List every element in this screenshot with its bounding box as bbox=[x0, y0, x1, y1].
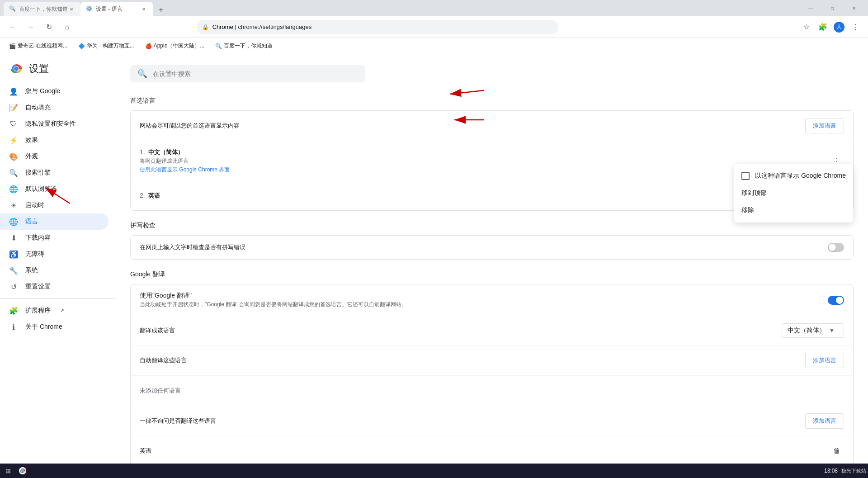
add-no-ask-lang-button[interactable]: 添加语言 bbox=[805, 413, 844, 429]
translate-to-dropdown[interactable]: 中文（简体） ▼ bbox=[782, 323, 844, 338]
sidebar-item-search[interactable]: 🔍 搜索引擎 bbox=[0, 165, 108, 181]
sidebar-item-reset[interactable]: ↺ 重置设置 bbox=[0, 279, 108, 295]
url-brand: Chrome bbox=[212, 24, 233, 30]
english-lang-text: 2. 英语 bbox=[140, 192, 830, 200]
extensions-icon[interactable]: 🧩 bbox=[816, 20, 830, 34]
sidebar-label-startup: 启动时 bbox=[25, 201, 44, 209]
tab-close-settings[interactable]: ✕ bbox=[140, 5, 147, 13]
settings-search-input[interactable] bbox=[153, 70, 358, 77]
settings-search-bar[interactable]: 🔍 bbox=[130, 65, 365, 82]
sidebar-label-privacy: 隐私设置和安全性 bbox=[25, 120, 76, 128]
bookmark-icon[interactable]: ☆ bbox=[799, 20, 814, 34]
minimize-button[interactable]: — bbox=[800, 0, 821, 16]
sidebar-header: 设置 bbox=[0, 58, 116, 83]
sidebar-item-autofill[interactable]: 📝 自动填充 bbox=[0, 99, 108, 116]
sidebar-label-appearance: 外观 bbox=[25, 152, 38, 161]
bookmark-iqiyi[interactable]: 🎬 爱奇艺-在线视频网... bbox=[5, 40, 71, 52]
sidebar-item-extensions[interactable]: 🧩 扩展程序 ↗ bbox=[0, 303, 108, 319]
show-chrome-checkbox[interactable] bbox=[741, 172, 750, 180]
bookmark-baidu[interactable]: 🔍 百度一下，你就知道 bbox=[212, 40, 276, 52]
profile-icon: 👤 bbox=[9, 87, 18, 96]
delete-english-button[interactable]: 🗑 bbox=[830, 444, 844, 458]
sidebar-item-language[interactable]: 🌐 语言 bbox=[0, 213, 108, 230]
sidebar-item-privacy[interactable]: 🛡 隐私设置和安全性 bbox=[0, 116, 108, 132]
bookmark-label-apple: Apple（中国大陆）... bbox=[154, 42, 205, 50]
sidebar-item-profile[interactable]: 👤 您与 Google bbox=[0, 83, 108, 99]
bookmarks-bar: 🎬 爱奇艺-在线视频网... 🔷 华为 - 构建万物互... 🍎 Apple（中… bbox=[0, 38, 868, 54]
language-icon: 🌐 bbox=[9, 217, 18, 226]
translate-to-row: 翻译成该语言 中文（简体） ▼ bbox=[131, 316, 853, 345]
bookmark-apple[interactable]: 🍎 Apple（中国大陆）... bbox=[142, 40, 208, 52]
google-translate-card: 使用"Google 翻译" 当此功能处于开启状态时，"Google 翻译"会询问… bbox=[130, 284, 854, 464]
taskbar-aurora: 极光下载站 bbox=[841, 468, 866, 474]
use-translate-text: 使用"Google 翻译" 当此功能处于开启状态时，"Google 翻译"会询问… bbox=[140, 292, 828, 308]
titlebar: 🔍 百度一下，你就知道 ✕ ⚙️ 设置 - 语言 ✕ + — □ ✕ bbox=[0, 0, 868, 16]
sidebar-label-language: 语言 bbox=[25, 218, 38, 226]
auto-translate-row: 自动翻译这些语言 添加语言 bbox=[131, 345, 853, 376]
accessibility-icon: ♿ bbox=[9, 250, 18, 259]
english-lang-number: 2. bbox=[140, 192, 145, 199]
taskbar-chrome-icon bbox=[19, 467, 26, 474]
taskbar-right: 13:08 极光下载站 bbox=[824, 468, 866, 474]
sidebar-item-browser[interactable]: 🌐 默认浏览器 bbox=[0, 181, 108, 197]
auto-translate-empty: 未添加任何语言 bbox=[140, 383, 181, 398]
url-path: chrome://settings/languages bbox=[238, 24, 312, 30]
profile-avatar: 人 bbox=[834, 22, 844, 33]
menu-move-top-item[interactable]: 移到顶部 bbox=[734, 185, 853, 202]
sidebar-item-appearance[interactable]: 🎨 外观 bbox=[0, 148, 108, 165]
sidebar-item-about[interactable]: ℹ 关于 Chrome bbox=[0, 319, 108, 335]
appearance-icon: 🎨 bbox=[9, 152, 18, 161]
settings-content: 🔍 首选语言 网站会尽可能以您的首选语言显示内容 添加语言 1. 中文（简体） bbox=[116, 54, 868, 464]
main-layout: 设置 👤 您与 Google 📝 自动填充 🛡 隐私设置和安全性 ⚡ 效果 🎨 … bbox=[0, 54, 868, 464]
sidebar-label-system: 系统 bbox=[25, 266, 38, 274]
omnibox[interactable]: 🔒 Chrome | chrome://settings/languages bbox=[197, 20, 558, 34]
english-lang-name: 英语 bbox=[148, 192, 160, 199]
sidebar-item-accessibility[interactable]: ♿ 无障碍 bbox=[0, 246, 108, 262]
menu-move-top-label: 移到顶部 bbox=[741, 189, 767, 197]
back-button[interactable]: ← bbox=[5, 20, 20, 34]
taskbar-chrome[interactable] bbox=[15, 464, 30, 477]
spell-check-toggle[interactable] bbox=[828, 243, 844, 252]
new-tab-button[interactable]: + bbox=[155, 4, 167, 16]
close-button[interactable]: ✕ bbox=[844, 0, 864, 16]
sidebar-label-about: 关于 Chrome bbox=[25, 323, 62, 331]
forward-button[interactable]: → bbox=[24, 20, 38, 34]
bookmark-label-baidu: 百度一下，你就知道 bbox=[224, 42, 273, 50]
add-preferred-lang-button[interactable]: 添加语言 bbox=[805, 118, 844, 133]
sidebar-item-startup[interactable]: ☀ 启动时 bbox=[0, 197, 108, 213]
add-auto-translate-lang-button[interactable]: 添加语言 bbox=[805, 353, 844, 368]
bookmark-label-iqiyi: 爱奇艺-在线视频网... bbox=[18, 42, 67, 50]
external-link-icon: ↗ bbox=[60, 308, 64, 314]
chrome-ui-lang-link[interactable]: 使用此语言显示 Google Chrome 界面 bbox=[140, 166, 230, 173]
spell-check-description: 在网页上输入文字时检查是否有拼写错误 bbox=[140, 244, 245, 251]
profile-button[interactable]: 人 bbox=[832, 20, 846, 34]
search-bar-icon: 🔍 bbox=[137, 69, 147, 79]
maximize-button[interactable]: □ bbox=[822, 0, 843, 16]
sidebar-item-downloads[interactable]: ⬇ 下载内容 bbox=[0, 230, 108, 246]
tab-baidu[interactable]: 🔍 百度一下，你就知道 ✕ bbox=[4, 2, 80, 16]
translate-to-label: 翻译成该语言 bbox=[140, 327, 782, 335]
chinese-lang-text: 1. 中文（简体） 将网页翻译成此语言 使用此语言显示 Google Chrom… bbox=[140, 148, 830, 174]
menu-remove-item[interactable]: 移除 bbox=[734, 202, 853, 219]
taskbar-time: 13:08 bbox=[824, 468, 838, 474]
taskbar-start[interactable]: ⊞ bbox=[2, 464, 14, 477]
google-translate-toggle[interactable] bbox=[828, 296, 844, 305]
spell-check-row: 在网页上输入文字时检查是否有拼写错误 bbox=[131, 236, 853, 259]
sidebar-label-performance: 效果 bbox=[25, 136, 38, 144]
use-translate-row: 使用"Google 翻译" 当此功能处于开启状态时，"Google 翻译"会询问… bbox=[131, 284, 853, 316]
home-button[interactable]: ⌂ bbox=[60, 20, 74, 34]
sidebar-item-system[interactable]: 🔧 系统 bbox=[0, 262, 108, 279]
sidebar-item-performance[interactable]: ⚡ 效果 bbox=[0, 132, 108, 148]
tab-close-baidu[interactable]: ✕ bbox=[68, 5, 75, 13]
tab-favicon-baidu: 🔍 bbox=[9, 5, 16, 13]
reload-button[interactable]: ↻ bbox=[42, 20, 56, 34]
tab-settings[interactable]: ⚙️ 设置 - 语言 ✕ bbox=[80, 2, 153, 16]
bookmark-favicon-huawei: 🔷 bbox=[78, 43, 85, 49]
bookmark-huawei[interactable]: 🔷 华为 - 构建万物互... bbox=[75, 40, 138, 52]
sidebar-label-browser: 默认浏览器 bbox=[25, 185, 57, 193]
menu-show-chrome-item[interactable]: 以这种语言显示 Google Chrome bbox=[734, 167, 853, 185]
taskbar-start-icon: ⊞ bbox=[5, 467, 11, 474]
tab-title-settings: 设置 - 语言 bbox=[96, 5, 140, 13]
system-icon: 🔧 bbox=[9, 266, 18, 275]
more-menu-button[interactable]: ⋮ bbox=[848, 20, 863, 34]
